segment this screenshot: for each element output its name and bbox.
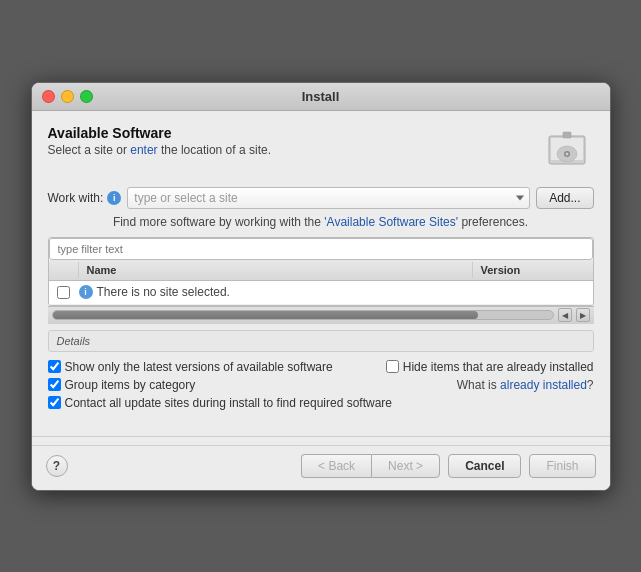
work-with-label: Work with: i <box>48 191 122 205</box>
already-installed-link[interactable]: already installed <box>500 378 587 392</box>
name-col-header: Name <box>79 262 473 278</box>
options-section: Show only the latest versions of availab… <box>48 360 594 410</box>
table-section: Name Version i There is no site selected… <box>48 237 594 306</box>
finish-button[interactable]: Finish <box>529 454 595 478</box>
scrollbar-thumb[interactable] <box>53 311 478 319</box>
options-row-1: Show only the latest versions of availab… <box>48 360 594 374</box>
window-title: Install <box>302 89 340 104</box>
find-more-text: Find more software by working with the '… <box>48 215 594 229</box>
right-buttons: < Back Next > Cancel Finish <box>301 454 595 478</box>
row-checkbox-cell <box>49 286 79 299</box>
hide-installed-label[interactable]: Hide items that are already installed <box>386 360 594 374</box>
available-software-sites-link[interactable]: 'Available Software Sites' <box>324 215 458 229</box>
show-latest-checkbox[interactable] <box>48 360 61 373</box>
help-button[interactable]: ? <box>46 455 68 477</box>
nav-buttons: < Back Next > <box>301 454 440 478</box>
traffic-lights <box>42 90 93 103</box>
minimize-button[interactable] <box>61 90 74 103</box>
scrollbar-area: ◀ ▶ <box>48 306 594 324</box>
section-title: Available Software <box>48 125 271 141</box>
scrollbar-track[interactable] <box>52 310 554 320</box>
options-row-3: Contact all update sites during install … <box>48 396 594 410</box>
checkbox-col-header <box>49 262 79 278</box>
row-info-icon: i <box>79 285 93 299</box>
bottom-bar: ? < Back Next > Cancel Finish <box>32 445 610 490</box>
version-col-header: Version <box>473 262 593 278</box>
site-select[interactable]: type or select a site <box>127 187 530 209</box>
maximize-button[interactable] <box>80 90 93 103</box>
row-name: There is no site selected. <box>97 285 230 299</box>
separator <box>32 436 610 437</box>
header-left: Available Software Select a site or ente… <box>48 125 271 157</box>
titlebar: Install <box>32 83 610 111</box>
show-latest-label[interactable]: Show only the latest versions of availab… <box>48 360 333 374</box>
site-select-wrapper: type or select a site <box>127 187 530 209</box>
close-button[interactable] <box>42 90 55 103</box>
cancel-button[interactable]: Cancel <box>448 454 521 478</box>
section-subtitle: Select a site or enter the location of a… <box>48 143 271 157</box>
details-section: Details <box>48 330 594 352</box>
contact-sites-checkbox[interactable] <box>48 396 61 409</box>
details-label: Details <box>57 335 91 347</box>
contact-sites-label[interactable]: Contact all update sites during install … <box>48 396 393 410</box>
already-installed-text: What is already installed? <box>457 378 594 392</box>
svg-point-4 <box>565 152 568 155</box>
main-content: Available Software Select a site or ente… <box>32 111 610 426</box>
hide-installed-checkbox[interactable] <box>386 360 399 373</box>
table-header: Name Version <box>49 260 593 281</box>
scroll-right-btn[interactable]: ▶ <box>576 308 590 322</box>
options-row-2: Group items by category What is already … <box>48 378 594 392</box>
group-by-category-label[interactable]: Group items by category <box>48 378 196 392</box>
row-content: i There is no site selected. <box>79 285 593 299</box>
filter-input[interactable] <box>49 238 593 260</box>
scroll-left-btn[interactable]: ◀ <box>558 308 572 322</box>
info-icon: i <box>107 191 121 205</box>
svg-rect-5 <box>563 132 571 138</box>
row-checkbox[interactable] <box>57 286 70 299</box>
enter-link[interactable]: enter <box>130 143 157 157</box>
table-row: i There is no site selected. <box>49 281 593 305</box>
back-button[interactable]: < Back <box>301 454 371 478</box>
cd-icon <box>540 121 594 175</box>
install-dialog: Install Available Software Select a site… <box>31 82 611 491</box>
work-with-row: Work with: i type or select a site Add..… <box>48 187 594 209</box>
header-section: Available Software Select a site or ente… <box>48 125 594 175</box>
next-button[interactable]: Next > <box>371 454 440 478</box>
add-button[interactable]: Add... <box>536 187 593 209</box>
group-by-category-checkbox[interactable] <box>48 378 61 391</box>
